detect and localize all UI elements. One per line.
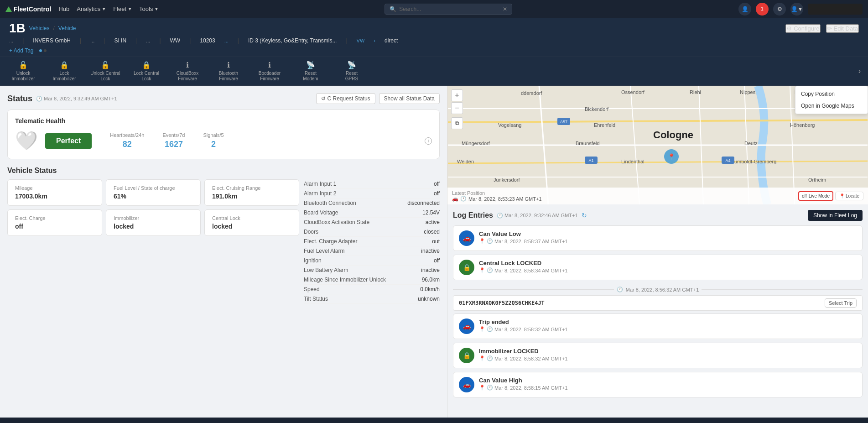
meta-something[interactable]: ... [9,38,13,43]
log-entry-title: Can Value Low [479,230,857,237]
right-panel: ddersdorf Ossendorf Riehl Nippes Mülheim… [447,86,868,418]
clock-icon-4: 🕐 [617,287,623,292]
health-badge[interactable]: Perfect [45,133,92,149]
trip-id: 01FXM3RNXQK0F5Z2QS6CHKE4JT [459,300,545,306]
action-lock-central-lock[interactable]: 🔒 Lock CentralLock [130,61,162,82]
pin-icon-2: 📍 [479,385,485,391]
nav-right-actions: 👤 1 ⚙ 👤▼ [738,3,863,16]
search-clear-icon[interactable]: ✕ [503,6,507,12]
zoom-out-btn[interactable]: − [451,102,463,114]
live-mode-btn[interactable]: off Live Mode [798,191,833,201]
meta-link4[interactable]: ... [224,38,229,43]
table-row: Alarm Input 2 off [304,189,440,198]
action-btn[interactable] [808,4,863,15]
map-controls: + − ⧉ [451,89,463,129]
bottom-meta-row: + Add Tag [9,46,859,54]
log-refresh-btn[interactable]: ↻ [582,212,587,219]
nav-hub[interactable]: Hub [58,5,69,12]
clock-icon-2: 🕐 [460,196,467,202]
copy-position-item[interactable]: Copy Position [795,88,868,100]
action-bluetooth-label: BluetoothFirmware [219,71,238,82]
status-card-value: locked [212,223,291,230]
log-entry-time: 📍 🕐 Mar 8, 2022, 8:58:34 AM GMT+1 [479,267,857,273]
status-card-value: off [15,223,94,230]
svg-text:Vogelsang: Vogelsang [498,122,521,128]
nav-analytics[interactable]: Analytics ▼ [77,5,106,12]
breadcrumb-vehicles[interactable]: Vehicles [29,25,50,31]
svg-text:Humboldt-Gremberg: Humboldt-Gremberg [731,159,776,164]
svg-text:Junkersdorf: Junkersdorf [494,177,520,183]
action-unlock-central-lock[interactable]: 🔓 Unlock CentralLock [89,61,121,82]
svg-text:ddersdorf: ddersdorf [521,90,542,96]
clock-icon: 🕐 [36,96,42,101]
request-status-btn[interactable]: ↺ C Request Status [316,93,375,104]
select-trip-btn[interactable]: Select Trip [825,298,857,308]
table-key: Alarm Input 2 [304,190,336,197]
map-container: ddersdorf Ossendorf Riehl Nippes Mülheim… [447,86,868,204]
zoom-in-btn[interactable]: + [451,89,463,101]
map-layer-btn[interactable]: ⧉ [451,117,463,129]
locate-btn[interactable]: 📍 Locate [835,192,863,200]
table-value: off [434,181,440,187]
action-unlock-central-label: Unlock CentralLock [90,71,120,82]
breadcrumb-vehicle[interactable]: Vehicle [58,25,76,31]
user-level-btn[interactable]: 👤 [738,3,751,16]
table-row: Doors closed [304,227,440,237]
info-icon[interactable]: i [425,137,432,145]
svg-text:📍: 📍 [668,153,676,161]
chevron-down-icon: 👤▼ [791,6,803,12]
configure-btn[interactable]: ⚙ Configure [785,24,820,33]
action-bootloader-firmware[interactable]: ℹ BootloaderFirmware [254,61,286,82]
action-reset-gprs[interactable]: 📡 ResetGPRS [336,61,368,82]
latest-pos-time: 🚗 🕐 Mar 8, 2022, 8:53:23 AM GMT+1 [452,196,542,202]
svg-text:Deutz: Deutz [744,141,758,146]
nav-fleet[interactable]: Fleet ▼ [113,5,132,12]
action-unlock-immobilizer[interactable]: 🔓 UnlockImmobilizer [7,61,39,82]
meta-div8: | [346,37,347,44]
action-bluetooth-firmware[interactable]: ℹ BluetoothFirmware [213,61,244,82]
meta-vw[interactable]: VW [357,38,365,43]
edit-data-btn[interactable]: ✏ Edit Data [826,24,859,33]
table-key: Board Voltage [304,209,338,216]
alert-badge-btn[interactable]: 1 [756,3,769,16]
stat-signals: Signals/5 2 [203,132,223,149]
log-entries-container: 🚗 Can Value Low 📍 🕐 Mar 8, 2022, 8:58:37… [453,225,863,280]
pin-icon: 📍 [479,238,485,244]
status-card: Fuel Level / State of charge 61% [106,179,201,206]
table-row: Bluetooth Connection disconnected [304,198,440,208]
table-row: Speed 0.0km/h [304,285,440,294]
trip-entry-icon: 🚗 [459,377,474,392]
settings-btn[interactable]: ⚙ [773,3,786,16]
search-bar[interactable]: 🔍 Search... ✕ [385,4,512,15]
actions-row: 🔓 UnlockImmobilizer 🔒 LockImmobilizer 🔓 … [0,57,868,86]
live-mode-label: Live Mode [809,193,830,198]
brand-logo[interactable]: FleetControl [5,5,51,13]
open-google-maps-item[interactable]: Open in Google Maps [795,100,868,112]
meta-div1: | [22,37,24,44]
map-action-btns: off Live Mode 📍 Locate [798,191,863,201]
meta-link2[interactable]: ... [90,38,94,43]
clock-small-2: 🕐 [487,355,493,361]
actions-next-arrow[interactable]: › [858,67,861,75]
gear-configure-icon: ⚙ [786,25,792,32]
add-tag-btn[interactable]: + Add Tag [9,47,34,54]
nav-tools[interactable]: Tools ▼ [139,5,158,12]
live-mode-off-label: off [802,193,807,198]
meta-arrow[interactable]: › [374,38,375,43]
show-all-status-btn[interactable]: Show all Status Data [379,93,440,104]
tools-dropdown-icon: ▼ [154,7,158,11]
user-menu-btn[interactable]: 👤▼ [790,3,803,16]
log-entry: 🔒 Central Lock LOCKED 📍 🕐 Mar 8, 2022, 8… [453,255,863,280]
status-card: Central Lock locked [204,209,299,236]
meta-link3[interactable]: ... [146,38,150,43]
analytics-dropdown-icon: ▼ [102,7,106,11]
latest-pos-label: Latest Position [452,190,542,196]
log-entry: 🚗 Can Value Low 📍 🕐 Mar 8, 2022, 8:58:37… [453,225,863,251]
show-in-fleet-log-btn[interactable]: Show in Fleet Log [808,210,863,221]
table-value: active [426,219,440,225]
action-reset-modem[interactable]: 📡 ResetModem [295,61,327,82]
action-cloudboxx-firmware[interactable]: ℹ CloudBoxxFirmware [172,61,203,82]
action-lock-immobilizer[interactable]: 🔒 LockImmobilizer [48,61,80,82]
log-entry-time: 📍 🕐 Mar 8, 2022, 8:58:37 AM GMT+1 [479,238,857,244]
table-value: closed [424,229,440,235]
